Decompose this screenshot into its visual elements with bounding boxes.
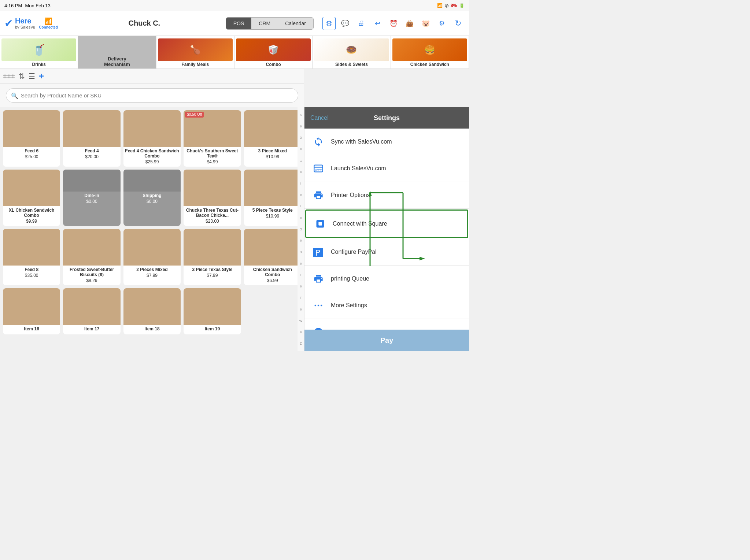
settings-label-1: Launch SalesVu.com [331, 165, 386, 172]
nav-calendar-button[interactable]: Calendar [278, 18, 313, 29]
t-settings-icon[interactable]: ⚙ [322, 17, 336, 30]
settings-item-4[interactable]: 🅿Configure PayPal [304, 239, 469, 266]
product-image-14 [244, 229, 301, 266]
svg-point-6 [315, 305, 317, 307]
product-image-2 [123, 110, 181, 147]
category-chicken-sw[interactable]: 🍔 Chicken Sandwich [391, 36, 469, 68]
piggy-icon[interactable]: 🐷 [419, 17, 432, 30]
product-card-6[interactable]: Dine-in$0.00 [63, 170, 120, 226]
product-price-10: $35.00 [23, 272, 40, 280]
settings-list: Sync with SalesVu.comwwwLaunch SalesVu.c… [304, 129, 469, 330]
product-price-9: $10.99 [264, 213, 281, 221]
category-combo[interactable]: 🥡 Combo [234, 36, 313, 68]
battery-icon: 🔋 [459, 3, 465, 8]
settings-label-4: Configure PayPal [331, 249, 377, 255]
product-card-1[interactable]: Feed 4$20.00 [63, 110, 120, 167]
product-price-0: $25.00 [23, 153, 40, 162]
gear-icon[interactable]: ⚙ [435, 17, 448, 30]
product-image-17 [123, 288, 181, 325]
chat-icon[interactable]: 💬 [339, 17, 352, 30]
product-price-4: $10.99 [264, 153, 281, 162]
settings-item-6[interactable]: More Settings [304, 292, 469, 319]
product-card-15[interactable]: Item 16 [3, 288, 60, 334]
settings-item-5[interactable]: printing Queue [304, 266, 469, 292]
settings-item-3[interactable]: Connect with Square [305, 209, 468, 238]
settings-icon-info: i [312, 326, 325, 330]
product-image-5 [3, 170, 60, 206]
product-card-4[interactable]: 3 Piece Mixed$10.99 [244, 110, 301, 167]
product-price-5: $9.99 [25, 218, 38, 226]
product-card-14[interactable]: Chicken Sandwich Combo$6.99 [244, 229, 301, 285]
logo-here: Here [15, 17, 35, 25]
category-combo-label: Combo [266, 62, 281, 67]
product-card-13[interactable]: 3 Piece Texas Style$7.99 [184, 229, 241, 285]
product-price-3: $4.99 [205, 159, 219, 167]
settings-panel: Cancel Settings Sync with SalesVu.comwww… [304, 107, 469, 351]
svg-text:🅿: 🅿 [313, 248, 323, 257]
product-card-11[interactable]: Frosted Sweet-Butter Biscuits (8)$8.29 [63, 229, 120, 285]
category-bar: 🥤 Drinks DeliveryMechanism 🍗 Family Meal… [0, 36, 469, 69]
toolbar-icons: ⌗⌗⌗ ⇅ ☰ + [0, 69, 304, 84]
category-drinks[interactable]: 🥤 Drinks [0, 36, 78, 68]
settings-item-1[interactable]: wwwLaunch SalesVu.com [304, 155, 469, 182]
product-image-6 [63, 170, 120, 192]
product-card-0[interactable]: Feed 6$25.00 [3, 110, 60, 167]
category-delivery[interactable]: DeliveryMechanism [78, 36, 156, 68]
search-input[interactable] [6, 88, 298, 103]
nav-buttons: POS CRM Calendar [226, 17, 314, 30]
status-date: Mon Feb 13 [25, 3, 50, 8]
logo-check-icon: ✔ [4, 17, 13, 29]
product-name-6: Dine-in [83, 192, 101, 198]
product-name-17: Item 18 [143, 325, 161, 331]
product-name-10: Feed 8 [23, 266, 40, 272]
product-name-0: Feed 6 [23, 147, 40, 153]
settings-item-7[interactable]: iAbout SalesVu [304, 319, 469, 330]
wallet-icon[interactable]: 👜 [403, 17, 416, 30]
clock-icon[interactable]: ⏰ [387, 17, 400, 30]
settings-label-0: Sync with SalesVu.com [331, 138, 392, 145]
undo-icon[interactable]: ↩ [371, 17, 384, 30]
pay-button[interactable]: Pay [304, 330, 469, 351]
sort-icon[interactable]: ⇅ [19, 72, 25, 81]
logo-salesvu: by SalesVu [15, 25, 35, 29]
category-chicken-sw-label: Chicken Sandwich [410, 62, 449, 67]
settings-cancel-button[interactable]: Cancel [310, 115, 329, 121]
product-image-18 [184, 288, 241, 325]
product-image-12 [123, 229, 181, 266]
product-card-5[interactable]: XL Chicken Sandwich Combo$9.99 [3, 170, 60, 226]
product-card-9[interactable]: 5 Piece Texas Style$10.99 [244, 170, 301, 226]
nav-crm-button[interactable]: CRM [251, 18, 278, 29]
svg-text:www: www [315, 168, 322, 171]
product-price-1: $20.00 [84, 153, 100, 162]
product-card-7[interactable]: Shipping$0.00 [123, 170, 181, 226]
category-family[interactable]: 🍗 Family Meals [156, 36, 234, 68]
product-card-2[interactable]: Feed 4 Chicken Sandwich Combo$25.99 [123, 110, 181, 167]
alpha-index: A D G I L O R T T W Z [298, 107, 304, 351]
product-card-8[interactable]: Chucks Three Texas Cut-Bacon Chicke...$2… [184, 170, 241, 226]
product-card-18[interactable]: Item 19 [184, 288, 241, 334]
location-icon: ◎ [445, 3, 448, 8]
status-bar: 4:16 PM Mon Feb 13 📶 ◎ 8% 🔋 [0, 0, 469, 11]
product-card-3[interactable]: $0.50 OffChuck's Southern Sweet Tea®$4.9… [184, 110, 241, 167]
svg-point-7 [318, 305, 319, 307]
product-card-12[interactable]: 2 Pieces Mixed$7.99 [123, 229, 181, 285]
category-sides[interactable]: 🍩 Sides & Sweets [313, 36, 391, 68]
refresh-icon[interactable]: ↻ [451, 17, 465, 30]
product-card-16[interactable]: Item 17 [63, 288, 120, 334]
settings-icon-print-queue [312, 272, 325, 285]
product-card-10[interactable]: Feed 8$35.00 [3, 229, 60, 285]
add-icon[interactable]: + [39, 71, 44, 81]
product-card-17[interactable]: Item 18 [123, 288, 181, 334]
product-name-13: 3 Piece Texas Style [191, 266, 234, 272]
status-time: 4:16 PM [4, 3, 22, 8]
barcode-icon[interactable]: ⌗⌗⌗ [3, 72, 15, 81]
printer-icon[interactable]: 🖨 [355, 17, 368, 30]
settings-item-2[interactable]: Printer Options [304, 182, 469, 209]
settings-header: Cancel Settings [304, 107, 469, 129]
product-image-4 [244, 110, 301, 147]
product-image-9 [244, 170, 301, 206]
menu-icon[interactable]: ☰ [29, 72, 35, 81]
product-name-11: Frosted Sweet-Butter Biscuits (8) [63, 266, 120, 277]
settings-item-0[interactable]: Sync with SalesVu.com [304, 129, 469, 155]
nav-pos-button[interactable]: POS [226, 18, 252, 29]
